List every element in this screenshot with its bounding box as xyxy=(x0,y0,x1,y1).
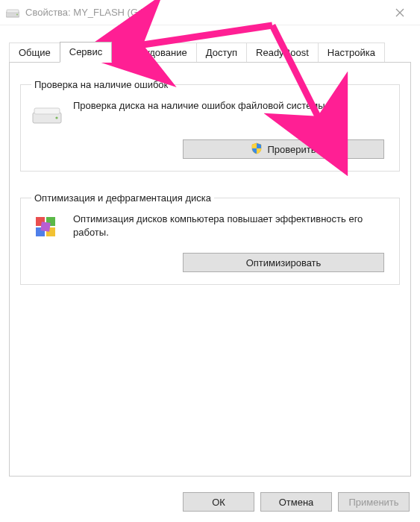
drive-icon xyxy=(6,7,19,18)
svg-point-2 xyxy=(16,13,18,15)
svg-rect-1 xyxy=(7,10,19,13)
tab-hardware[interactable]: Оборудование xyxy=(111,43,196,63)
drive-check-icon xyxy=(31,99,63,130)
group-error-check: Проверка на наличие ошибок Проверка диск… xyxy=(20,79,400,172)
shield-icon xyxy=(251,142,263,157)
window-title: Свойства: MY_FLASH (G:) xyxy=(25,7,383,18)
window-close-button[interactable] xyxy=(383,1,417,24)
ok-button[interactable]: ОК xyxy=(183,492,254,512)
group-error-check-legend: Проверка на наличие ошибок xyxy=(31,79,171,90)
tab-readyboost[interactable]: ReadyBoost xyxy=(246,43,319,63)
window-titlebar: Свойства: MY_FLASH (G:) xyxy=(0,0,420,25)
defrag-icon xyxy=(31,213,63,244)
svg-point-7 xyxy=(55,116,57,119)
tab-service[interactable]: Сервис xyxy=(60,42,113,63)
tab-general[interactable]: Общие xyxy=(9,43,60,63)
group-error-check-text: Проверка диска на наличие ошибок файлово… xyxy=(73,99,389,113)
svg-rect-12 xyxy=(40,221,51,232)
group-defrag-legend: Оптимизация и дефрагментация диска xyxy=(31,192,214,204)
apply-button[interactable]: Применить xyxy=(338,492,410,512)
dialog-buttons: ОК Отмена Применить xyxy=(183,492,410,512)
optimize-button[interactable]: Оптимизировать xyxy=(183,253,384,272)
tab-panel-service: Проверка на наличие ошибок Проверка диск… xyxy=(9,62,411,477)
check-button-label: Проверить xyxy=(267,144,316,155)
group-defrag: Оптимизация и дефрагментация диска Оптим… xyxy=(20,192,400,285)
tab-strip: Общие Сервис Оборудование Доступ ReadyBo… xyxy=(9,40,411,63)
cancel-button[interactable]: Отмена xyxy=(260,492,332,512)
close-icon xyxy=(395,8,404,17)
check-button[interactable]: Проверить xyxy=(183,139,384,159)
svg-rect-6 xyxy=(34,108,60,114)
tab-customize[interactable]: Настройка xyxy=(318,43,385,63)
group-defrag-text: Оптимизация дисков компьютера повышает э… xyxy=(73,213,389,239)
tab-sharing[interactable]: Доступ xyxy=(196,43,247,63)
optimize-button-label: Оптимизировать xyxy=(246,257,322,268)
